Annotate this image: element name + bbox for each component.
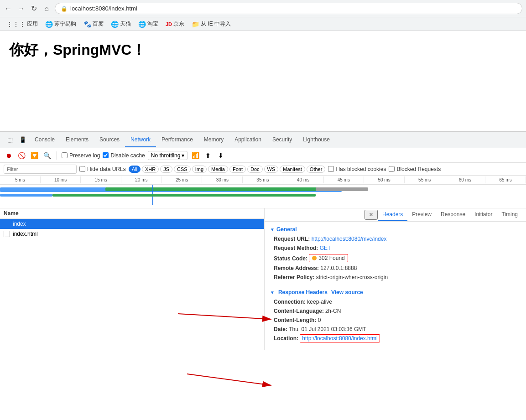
network-toolbar: ⏺ 🚫 🔽 🔍 Preserve log Disable cache No th… [0,148,526,163]
hide-data-urls-checkbox[interactable] [79,166,85,172]
file-icon-index-html [4,231,10,237]
disable-cache-label[interactable]: Disable cache [103,152,145,159]
home-button[interactable]: ⌂ [42,4,51,13]
divider-1 [57,151,57,160]
throttling-dropdown[interactable]: No throttling ▾ [148,151,188,160]
filter-bar: Hide data URLs All XHR JS CSS Img Media … [0,163,526,176]
timeline-bar-gray [316,187,368,191]
tick-65ms: 65 ms [485,176,526,183]
filter-tag-font[interactable]: Font [229,166,246,173]
taobao-icon: 🌐 [138,21,146,28]
bookmark-ie[interactable]: 📁 从 IE 中导入 [189,19,234,29]
upload-button[interactable]: ⬆ [203,150,213,161]
request-method-row: Request Method: GET [270,244,521,253]
bookmark-apps[interactable]: ⋮⋮⋮ 应用 [4,19,41,29]
bookmark-baidu[interactable]: 🐾 百度 [81,19,106,29]
bookmark-suning[interactable]: 🌐 苏宁易购 [42,19,79,29]
chevron-down-icon: ▾ [182,152,184,159]
tick-10ms: 10 ms [41,176,81,183]
remote-address-label: Remote Address: [274,265,319,271]
file-row-index-html[interactable]: index.html [0,229,264,239]
timeline-ruler: 5 ms 10 ms 15 ms 20 ms 25 ms 30 ms 35 ms… [0,176,526,185]
timeline-bar-blue-2 [0,194,52,197]
filter-tag-xhr[interactable]: XHR [142,166,159,173]
tab-console[interactable]: Console [29,133,60,147]
bookmark-tmall-label: 天猫 [120,20,131,28]
tab-elements[interactable]: Elements [60,133,94,147]
tab-performance[interactable]: Performance [156,133,198,147]
address-bar[interactable]: 🔒 localhost:8080/index.html [55,3,522,14]
download-button[interactable]: ⬇ [216,150,226,161]
tick-25ms: 25 ms [162,176,203,183]
devtools-panel: ⬚ 📱 Console Elements Sources Network Per… [0,131,526,350]
date-row: Date: Thu, 01 Jul 2021 03:03:36 GMT [270,325,521,334]
filter-tag-all[interactable]: All [129,166,141,173]
bookmark-jd-label: 京东 [173,20,184,28]
blocked-requests-checkbox[interactable] [389,166,395,172]
tab-memory[interactable]: Memory [198,133,229,147]
hide-data-urls-label[interactable]: Hide data URLs [79,166,126,172]
view-source-link[interactable]: View source [331,289,363,296]
tab-sources[interactable]: Sources [94,133,125,147]
bookmark-taobao-label: 淘宝 [147,20,158,28]
bookmark-tmall[interactable]: 🌐 天猫 [108,19,134,29]
file-row-index[interactable]: index [0,219,264,229]
preserve-log-checkbox[interactable] [62,152,68,158]
record-button[interactable]: ⏺ [4,150,14,161]
bookmark-baidu-label: 百度 [93,20,104,28]
filter-tag-doc[interactable]: Doc [247,166,263,173]
blocked-requests-label[interactable]: Blocked Requests [389,166,441,172]
response-headers-title-text: Response Headers [278,289,328,296]
details-tab-timing[interactable]: Timing [497,208,522,221]
filter-input[interactable] [4,165,77,174]
clear-button[interactable]: 🚫 [16,150,26,161]
nav-bar: ← → ↻ ⌂ 🔒 localhost:8080/index.html [0,0,526,17]
devtools-inspect-icon[interactable]: ⬚ [4,134,16,146]
file-list: Name index index.html [0,208,265,350]
bookmark-taobao[interactable]: 🌐 淘宝 [135,19,161,29]
tab-lighthouse[interactable]: Lighthouse [297,133,335,147]
devtools-device-icon[interactable]: 📱 [16,134,29,146]
tick-5ms: 5 ms [0,176,41,183]
disable-cache-checkbox[interactable] [103,152,109,158]
details-tab-initiator[interactable]: Initiator [470,208,497,221]
preserve-log-label[interactable]: Preserve log [62,152,100,159]
tab-security[interactable]: Security [267,133,297,147]
details-tab-headers[interactable]: Headers [378,208,407,221]
suning-icon: 🌐 [45,21,53,28]
bookmark-suning-label: 苏宁易购 [54,20,76,28]
tick-60ms: 60 ms [445,176,486,183]
search-button[interactable]: 🔍 [42,150,52,161]
back-button[interactable]: ← [4,4,13,13]
bookmark-jd[interactable]: JD 京东 [163,19,187,29]
filter-tag-other[interactable]: Other [307,166,326,173]
has-blocked-cookies-label[interactable]: Has blocked cookies [328,166,386,172]
page-title: 你好，SpringMVC！ [9,40,517,60]
filter-tag-css[interactable]: CSS [174,166,191,173]
filter-tag-manifest[interactable]: Manifest [280,166,305,173]
tick-15ms: 15 ms [81,176,121,183]
details-tab-preview[interactable]: Preview [407,208,436,221]
filter-icon-button[interactable]: 🔽 [29,150,39,161]
close-details-button[interactable]: × [365,210,378,220]
referrer-policy-value: strict-origin-when-cross-origin [316,274,388,280]
file-icon-index [4,221,10,227]
wifi-icon-button[interactable]: 📶 [190,150,200,161]
filter-tag-ws[interactable]: WS [264,166,279,173]
apps-icon: ⋮⋮⋮ [6,21,26,28]
has-blocked-cookies-checkbox[interactable] [328,166,334,172]
general-section-header: General [270,224,521,234]
filter-tag-js[interactable]: JS [160,166,172,173]
timeline-bar-green-2 [52,194,316,197]
file-list-header: Name [0,208,264,219]
filter-tag-img[interactable]: Img [192,166,207,173]
tab-application[interactable]: Application [229,133,267,147]
tab-network[interactable]: Network [125,133,156,147]
referrer-policy-row: Referrer Policy: strict-origin-when-cros… [270,273,521,282]
reload-button[interactable]: ↻ [29,4,38,13]
forward-button[interactable]: → [16,4,26,13]
general-section: General Request URL: http://localhost:80… [265,222,526,285]
request-url-value: http://localhost:8080/mvc/index [312,236,387,242]
details-tab-response[interactable]: Response [436,208,470,221]
filter-tag-media[interactable]: Media [208,166,228,173]
